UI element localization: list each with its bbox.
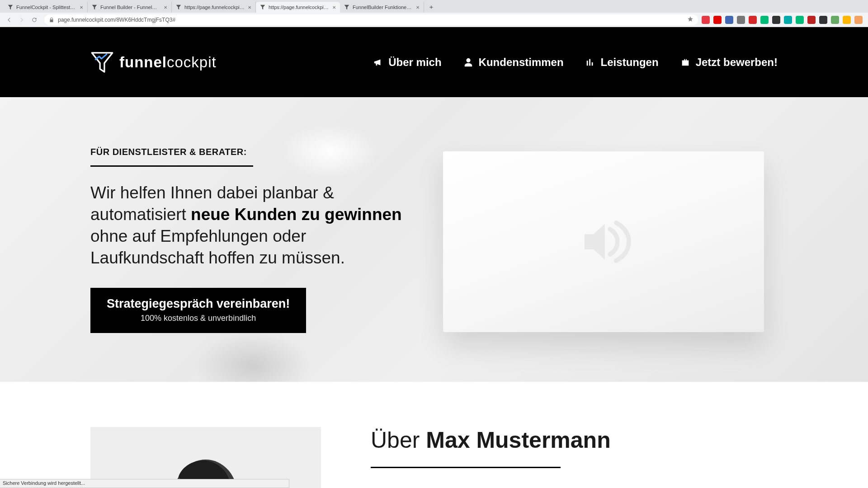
nav-label: Leistungen: [601, 56, 659, 69]
svg-marker-3: [260, 5, 265, 10]
back-button[interactable]: [4, 14, 14, 25]
tab-title: FunnelBuilder Funktionen & E: [353, 5, 413, 10]
extension-icon[interactable]: [796, 16, 804, 24]
extension-icon[interactable]: [760, 16, 769, 24]
extension-icon[interactable]: [784, 16, 792, 24]
address-bar[interactable]: page.funnelcockpit.com/8WK6HddcTmgjFsTQ3…: [44, 14, 698, 25]
tab-title: https://page.funnelcockpit.co: [184, 5, 245, 10]
megaphone-icon: [373, 57, 383, 67]
nav-label: Jetzt bewerben!: [696, 56, 778, 69]
hero-eyebrow: FÜR DIENSTLEISTER & BERATER:: [90, 147, 416, 157]
bar-chart-icon: [585, 57, 595, 67]
extension-icon[interactable]: [807, 16, 816, 24]
tab-favicon-icon: [344, 4, 350, 10]
cta-main-label: Strategiegespräch vereinbaren!: [107, 297, 290, 311]
status-text: Sichere Verbindung wird hergestellt...: [3, 480, 85, 486]
svg-marker-2: [176, 5, 181, 10]
extension-icon[interactable]: [831, 16, 839, 24]
divider: [90, 165, 253, 167]
browser-toolbar: page.funnelcockpit.com/8WK6HddcTmgjFsTQ3…: [0, 13, 868, 27]
tab-title: https://page.funnelcockpit.co: [269, 5, 329, 10]
site-logo[interactable]: funnelcockpit: [90, 51, 217, 74]
browser-tab[interactable]: FunnelCockpit - Splittests, Ma✕: [4, 2, 88, 13]
user-icon: [463, 57, 473, 67]
page-viewport: funnelcockpit Über mich Kundenstimmen Le…: [0, 27, 868, 488]
browser-status-bar: Sichere Verbindung wird hergestellt...: [0, 479, 289, 488]
funnel-logo-icon: [90, 51, 114, 74]
svg-marker-4: [344, 5, 349, 10]
nav-about[interactable]: Über mich: [373, 56, 441, 69]
tab-close-button[interactable]: ✕: [415, 4, 421, 10]
hero-copy: FÜR DIENSTLEISTER & BERATER: Wir helfen …: [90, 147, 416, 333]
hero-headline: Wir helfen Ihnen dabei planbar & automat…: [90, 182, 416, 269]
extension-icons: [702, 16, 865, 24]
nav-services[interactable]: Leistungen: [585, 56, 659, 69]
lock-icon: [49, 17, 54, 23]
svg-marker-5: [92, 52, 113, 71]
briefcase-icon: [680, 57, 690, 67]
headline-bold: neue Kunden zu gewinnen: [191, 205, 402, 224]
hero-section: FÜR DIENSTLEISTER & BERATER: Wir helfen …: [0, 97, 868, 382]
cta-sub-label: 100% kostenlos & unverbindlich: [107, 314, 290, 323]
tab-close-button[interactable]: ✕: [162, 4, 169, 10]
extension-icon[interactable]: [737, 16, 745, 24]
forward-button[interactable]: [16, 14, 27, 25]
browser-tab[interactable]: https://page.funnelcockpit.co✕: [256, 2, 340, 13]
about-section: Über Max Mustermann: [0, 382, 868, 488]
tab-strip: FunnelCockpit - Splittests, Ma✕Funnel Bu…: [0, 0, 868, 13]
extension-icon[interactable]: [854, 16, 863, 24]
arrow-left-icon: [6, 17, 12, 23]
audio-unmute-icon: [572, 210, 635, 273]
svg-marker-1: [92, 5, 97, 10]
tab-favicon-icon: [259, 4, 266, 10]
browser-tab[interactable]: FunnelBuilder Funktionen & E✕: [340, 2, 424, 13]
extension-icon[interactable]: [819, 16, 827, 24]
headline-tail: ohne auf Empfehlungen oder Laufkundschaf…: [90, 227, 345, 267]
extension-icon[interactable]: [725, 16, 733, 24]
about-title-lead: Über: [371, 427, 426, 453]
extension-icon[interactable]: [702, 16, 710, 24]
nav-label: Über mich: [388, 56, 441, 69]
logo-text: funnelcockpit: [119, 54, 217, 71]
tab-close-button[interactable]: ✕: [246, 4, 253, 10]
extension-icon[interactable]: [772, 16, 780, 24]
bookmark-star-icon[interactable]: [687, 16, 693, 23]
extension-icon[interactable]: [749, 16, 757, 24]
tab-title: FunnelCockpit - Splittests, Ma: [16, 5, 76, 10]
browser-tab[interactable]: Funnel Builder - FunnelCockpit✕: [88, 2, 172, 13]
tab-favicon-icon: [175, 4, 182, 10]
nav-testimonials[interactable]: Kundenstimmen: [463, 56, 564, 69]
tab-title: Funnel Builder - FunnelCockpit: [100, 5, 160, 10]
browser-chrome: FunnelCockpit - Splittests, Ma✕Funnel Bu…: [0, 0, 868, 27]
tab-close-button[interactable]: ✕: [331, 4, 337, 10]
reload-icon: [31, 17, 38, 23]
svg-marker-0: [8, 5, 13, 10]
new-tab-button[interactable]: ＋: [426, 2, 437, 13]
about-title-bold: Max Mustermann: [426, 427, 610, 453]
main-nav: Über mich Kundenstimmen Leistungen Jetzt…: [373, 56, 778, 69]
extension-icon[interactable]: [713, 16, 722, 24]
arrow-right-icon: [19, 17, 25, 23]
divider: [371, 467, 561, 468]
about-heading-block: Über Max Mustermann: [371, 427, 611, 488]
reload-button[interactable]: [29, 14, 40, 25]
tab-favicon-icon: [91, 4, 98, 10]
tab-close-button[interactable]: ✕: [78, 4, 85, 10]
url-text[interactable]: page.funnelcockpit.com/8WK6HddcTmgjFsTQ3…: [58, 17, 687, 23]
nav-apply[interactable]: Jetzt bewerben!: [680, 56, 778, 69]
video-player[interactable]: [443, 151, 764, 332]
nav-label: Kundenstimmen: [479, 56, 564, 69]
cta-button[interactable]: Strategiegespräch vereinbaren! 100% kost…: [90, 288, 306, 333]
site-header: funnelcockpit Über mich Kundenstimmen Le…: [0, 27, 868, 97]
browser-tab[interactable]: https://page.funnelcockpit.co✕: [172, 2, 256, 13]
about-title: Über Max Mustermann: [371, 427, 611, 453]
tab-favicon-icon: [7, 4, 14, 10]
extension-icon[interactable]: [843, 16, 851, 24]
